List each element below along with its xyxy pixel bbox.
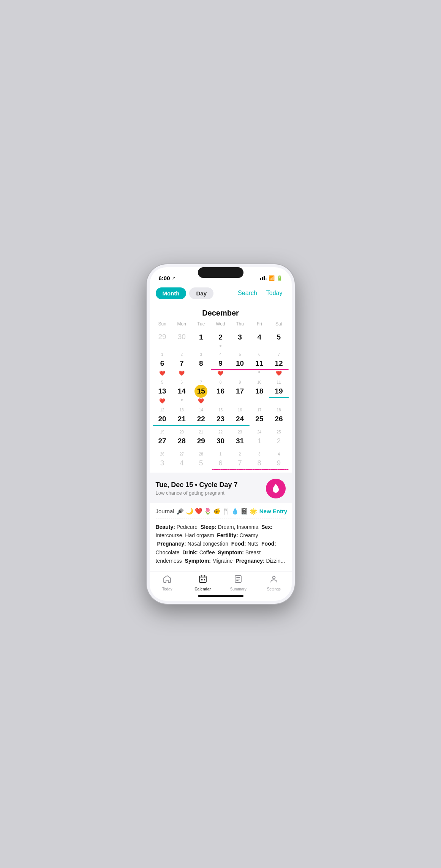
teal-line-week3 (269, 397, 288, 398)
cal-header-sun: Sun (153, 321, 172, 327)
cal-day-30-prev[interactable]: 30 (172, 329, 191, 350)
cal-day-6[interactable]: 1 6 ❤️ (153, 351, 172, 378)
drop-button[interactable] (266, 479, 286, 498)
settings-tab-label: Settings (267, 587, 281, 591)
cal-day-3-next[interactable]: 26 3 (153, 451, 172, 472)
svg-rect-4 (201, 581, 202, 581)
star-icon: 🌟 (250, 508, 257, 515)
food-icon: 🍴 (222, 508, 230, 515)
diary-icon: 📓 (240, 508, 248, 515)
location-icon: ↗ (172, 276, 175, 281)
cal-day-27[interactable]: 19 27 (153, 428, 172, 450)
info-text: Tue, Dec 15 • Cycle Day 7 Low chance of … (156, 481, 238, 496)
journal-icons: 🪮 🌙 ❤️ 🌷 🐠 🍴 💧 📓 🌟 (177, 508, 257, 515)
day-button[interactable]: Day (189, 287, 213, 299)
month-title: December (153, 304, 289, 320)
status-icons: 📶 🔋 (260, 275, 283, 281)
cal-day-29[interactable]: 21 29 (191, 428, 211, 450)
journal-body: Beauty: Pedicure Sleep: Dream, Insomnia … (156, 519, 286, 568)
today-tab-icon (163, 574, 172, 586)
phone-frame: 6:00 ↗ 📶 🔋 Month Day Search (147, 264, 295, 604)
svg-rect-5 (202, 581, 203, 581)
summary-tab-label: Summary (230, 587, 247, 591)
cal-day-9[interactable]: 4 9 ❤️ (211, 351, 230, 378)
month-button[interactable]: Month (156, 287, 187, 299)
cal-header-fri: Fri (250, 321, 269, 327)
svg-rect-1 (201, 579, 202, 580)
cal-day-16[interactable]: 8 16 (211, 379, 230, 406)
cal-day-30[interactable]: 22 30 (211, 428, 230, 450)
tab-settings[interactable]: Settings (256, 574, 292, 591)
cal-day-14[interactable]: 6 14 (172, 379, 191, 406)
cal-day-19[interactable]: 11 19 (269, 379, 288, 406)
sleep-icon: 🌙 (186, 508, 193, 515)
calendar-header: Sun Mon Tue Wed Thu Fri Sat (153, 320, 289, 329)
cal-week-6: 26 3 27 4 28 5 1 6 (153, 451, 289, 472)
wifi-icon: 📶 (269, 275, 275, 281)
cal-day-25[interactable]: 17 25 (250, 406, 269, 428)
cal-header-sat: Sat (269, 321, 288, 327)
journal-label: Journal (156, 508, 174, 514)
cal-day-26[interactable]: 18 26 (269, 406, 288, 428)
app-content: Month Day Search Today December Sun Mon … (150, 284, 292, 601)
water-icon: 💧 (231, 508, 239, 515)
dotted-line-week6 (211, 469, 289, 470)
info-section: Tue, Dec 15 • Cycle Day 7 Low chance of … (150, 473, 292, 503)
tab-bar: Today (150, 571, 292, 593)
selected-day-label: Tue, Dec 15 • Cycle Day 7 (156, 481, 238, 489)
cal-day-28[interactable]: 20 28 (172, 428, 191, 450)
today-link[interactable]: Today (263, 288, 286, 298)
cal-day-5[interactable]: 5 (269, 329, 288, 350)
cal-header-thu: Thu (230, 321, 250, 327)
cal-day-7[interactable]: 2 7 ❤️ (172, 351, 191, 378)
teal-line-week4 (153, 425, 250, 426)
journal-header: Journal 🪮 🌙 ❤️ 🌷 🐠 🍴 💧 📓 🌟 New Entry (156, 508, 286, 519)
battery-icon: 🔋 (277, 275, 283, 281)
top-nav: Month Day Search Today (150, 284, 292, 304)
cal-day-12[interactable]: 7 12 ❤️ (269, 351, 288, 378)
tab-today[interactable]: Today (150, 574, 185, 591)
cal-header-wed: Wed (211, 321, 230, 327)
signal-bars (260, 276, 267, 280)
cal-day-31[interactable]: 23 31 (230, 428, 250, 450)
home-indicator (150, 593, 292, 601)
cal-day-17[interactable]: 9 17 (230, 379, 250, 406)
cal-day-2-next[interactable]: 25 2 (269, 428, 288, 450)
cal-day-15-today[interactable]: 7 15 ❤️ (191, 379, 211, 406)
fertility-icon: 🐠 (213, 508, 221, 515)
calendar-tab-icon (198, 574, 207, 586)
cal-day-1-next[interactable]: 24 1 (250, 428, 269, 450)
cal-day-13[interactable]: 5 13 ❤️ (153, 379, 172, 406)
period-line-week2 (211, 369, 289, 370)
svg-rect-6 (204, 581, 205, 581)
cal-day-2[interactable]: 2 (211, 329, 230, 350)
cal-day-18[interactable]: 10 18 (250, 379, 269, 406)
calendar-grid: Sun Mon Tue Wed Thu Fri Sat 29 (153, 320, 289, 472)
cal-day-11[interactable]: 6 11 (250, 351, 269, 378)
cal-day-3[interactable]: 3 (230, 329, 250, 350)
calendar-tab-label: Calendar (194, 587, 211, 591)
cal-week-4: 12 20 13 21 14 22 15 23 (153, 406, 289, 428)
search-link[interactable]: Search (235, 288, 260, 298)
cal-day-8[interactable]: 3 8 (191, 351, 211, 378)
cal-header-mon: Mon (172, 321, 191, 327)
cal-day-5-next[interactable]: 28 5 (191, 451, 211, 472)
tab-summary[interactable]: Summary (221, 574, 256, 591)
tab-calendar[interactable]: Calendar (185, 574, 221, 591)
svg-point-8 (272, 576, 275, 579)
status-time: 6:00 (159, 275, 170, 281)
cal-day-10[interactable]: 5 10 (230, 351, 250, 378)
cal-day-29-prev[interactable]: 29 (153, 329, 172, 350)
cal-day-4[interactable]: 4 (250, 329, 269, 350)
pregnancy-chance: Low chance of getting pregnant (156, 490, 238, 496)
calendar-section: December Sun Mon Tue Wed Thu Fri Sat (150, 304, 292, 472)
summary-tab-icon (234, 574, 243, 586)
phone-screen: 6:00 ↗ 📶 🔋 Month Day Search (150, 267, 292, 601)
journal-section: Journal 🪮 🌙 ❤️ 🌷 🐠 🍴 💧 📓 🌟 New Entry (150, 503, 292, 571)
cal-day-1[interactable]: 1 (191, 329, 211, 350)
cal-week-3: 5 13 ❤️ 6 14 7 15 ❤️ (153, 379, 289, 406)
cal-week-5: 19 27 20 28 21 29 22 30 (153, 428, 289, 450)
cal-day-4-next[interactable]: 27 4 (172, 451, 191, 472)
heart-icon: ❤️ (195, 508, 202, 515)
new-entry-button[interactable]: New Entry (259, 508, 287, 514)
